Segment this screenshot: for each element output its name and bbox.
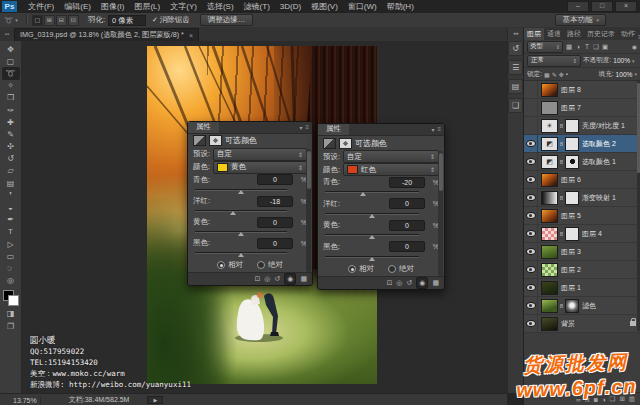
layer-thumbnail[interactable] (541, 281, 558, 295)
panel-scrollbar[interactable] (306, 149, 311, 272)
layer-name[interactable]: 图层 7 (561, 103, 581, 113)
eye-icon[interactable] (526, 230, 536, 237)
clip-to-layer-icon[interactable]: ⊡ (254, 274, 260, 284)
visibility-cell[interactable] (524, 243, 538, 260)
filter-smart-object-icon[interactable]: ▣ (601, 43, 609, 51)
tool-preset-picker[interactable]: ➰ ▾ (0, 16, 22, 25)
healing-brush-tool[interactable]: ✚ (2, 116, 20, 128)
visibility-cell[interactable] (524, 99, 538, 116)
hand-tool[interactable]: ☞ (2, 262, 20, 274)
visibility-cell[interactable] (524, 315, 538, 332)
layer-thumbnail[interactable] (541, 209, 558, 223)
layer-name[interactable]: 选取颜色 1 (582, 157, 616, 167)
blend-mode-dropdown[interactable]: 正常 ⇕ (527, 55, 581, 67)
previous-state-icon[interactable]: ◎ (396, 278, 402, 288)
layer-row-渐变映射 1[interactable]: 8渐变映射 1 (524, 189, 640, 207)
slider-thumb[interactable] (360, 192, 366, 196)
close-document-icon[interactable]: × (189, 32, 193, 39)
toggle-visibility-icon[interactable]: ◉ (416, 277, 428, 289)
screen-mode-icon[interactable]: ❐ (2, 320, 20, 332)
layer-name[interactable]: 图层 2 (561, 265, 581, 275)
slider-thumb[interactable] (238, 190, 244, 194)
radio-绝对[interactable]: 绝对 (388, 264, 414, 274)
menu-item-4[interactable]: 图层(L) (129, 0, 165, 13)
layer-thumbnail[interactable] (541, 299, 558, 313)
layer-name[interactable]: 图层 1 (561, 283, 581, 293)
slider-value-input[interactable]: 0 (389, 220, 425, 231)
filter-shape-icon[interactable]: ❑ (592, 43, 600, 51)
layer-mask-thumbnail[interactable] (565, 119, 579, 133)
eye-icon[interactable] (526, 176, 536, 183)
menu-item-8[interactable]: 3D(D) (275, 0, 306, 13)
mask-target-icon[interactable] (209, 135, 222, 146)
menu-item-2[interactable]: 编辑(E) (59, 0, 96, 13)
slider-value-input[interactable]: 0 (389, 198, 425, 209)
lock-transparent-icon[interactable]: ▦ (544, 71, 550, 78)
visibility-cell[interactable] (524, 81, 538, 98)
clone-stamp-tool[interactable]: ✣ (2, 141, 20, 153)
lasso-tool[interactable]: ➰ (2, 67, 20, 79)
eye-icon[interactable] (526, 212, 536, 219)
history-brush-tool[interactable]: ↺ (2, 153, 20, 165)
radio-绝对[interactable]: 绝对 (257, 260, 283, 270)
marquee-tool[interactable]: ▢ (2, 55, 20, 67)
layer-mask-thumbnail[interactable] (565, 155, 579, 169)
path-selection-tool[interactable]: ▷ (2, 238, 20, 250)
adjustments-panel-icon[interactable]: ☰ (508, 60, 523, 75)
reset-adjustment-icon[interactable]: ↺ (274, 274, 280, 284)
crop-tool[interactable]: ❒ (2, 92, 20, 104)
mask-link-icon[interactable]: 8 (558, 141, 565, 147)
toggle-visibility-icon[interactable]: ◉ (284, 273, 296, 285)
layer-style-icon[interactable]: fx (585, 396, 590, 403)
fill-value[interactable]: 100% (616, 71, 633, 78)
intersect-selection-icon[interactable]: ⊡ (68, 15, 79, 26)
panel-tab-动作[interactable]: 动作 (618, 28, 638, 40)
minimize-button[interactable]: – (567, 1, 589, 12)
layer-mask-thumbnail[interactable] (565, 191, 579, 205)
layer-row-图层 5[interactable]: 图层 5 (524, 207, 640, 225)
slider-track[interactable] (325, 211, 419, 219)
lock-pixels-icon[interactable]: ✎ (552, 71, 557, 78)
eye-icon[interactable] (526, 320, 536, 327)
layer-thumbnail[interactable] (541, 245, 558, 259)
link-layers-icon[interactable]: ∞ (576, 396, 581, 403)
panel-tab-通道[interactable]: 通道 (544, 28, 564, 40)
pen-tool[interactable]: ✒ (2, 214, 20, 226)
layer-row-选取颜色 1[interactable]: ◩8选取颜色 1 (524, 153, 640, 171)
layer-thumbnail[interactable] (541, 317, 558, 331)
layer-name[interactable]: 滤色 (582, 301, 596, 311)
move-tool[interactable]: ✥ (2, 43, 20, 55)
delete-adjustment-icon[interactable]: ▦ (300, 274, 307, 284)
new-layer-icon[interactable]: ⊞ (619, 395, 624, 403)
eye-icon[interactable] (526, 266, 536, 273)
type-tool[interactable]: T (2, 226, 20, 238)
layer-thumbnail[interactable] (541, 83, 558, 97)
slider-thumb[interactable] (369, 235, 375, 239)
visibility-cell[interactable] (524, 297, 538, 314)
layer-name[interactable]: 亮度/对比度 1 (582, 121, 625, 131)
layer-name[interactable]: 图层 6 (561, 175, 581, 185)
radio-相对[interactable]: 相对 (348, 264, 374, 274)
filter-toggle-icon[interactable]: ◉ (632, 43, 637, 50)
visibility-cell[interactable] (524, 261, 538, 278)
eye-icon[interactable] (526, 140, 536, 147)
slider-thumb[interactable] (230, 211, 236, 215)
add-mask-icon[interactable]: ◙ (594, 396, 598, 403)
chevron-down-icon[interactable]: ▾ (632, 58, 635, 64)
quick-selection-tool[interactable]: ✧ (2, 80, 20, 92)
slider-value-input[interactable]: 0 (257, 238, 293, 249)
slider-thumb[interactable] (369, 214, 375, 218)
layer-row-背景[interactable]: 背景 (524, 315, 640, 333)
chevron-down-icon[interactable]: ▾ (634, 71, 637, 77)
layer-row-亮度/对比度 1[interactable]: ☀8亮度/对比度 1 (524, 117, 640, 135)
maximize-button[interactable]: □ (591, 1, 613, 12)
filter-pixel-icon[interactable]: ▦ (565, 43, 573, 51)
layer-thumbnail[interactable]: ◩ (541, 137, 558, 151)
slider-thumb[interactable] (369, 257, 375, 261)
opacity-value[interactable]: 100% (613, 57, 630, 64)
filter-adjustment-icon[interactable]: ◑ (574, 43, 582, 51)
radio-相对[interactable]: 相对 (217, 260, 243, 270)
layer-name[interactable]: 图层 3 (561, 247, 581, 257)
lock-position-icon[interactable]: ✥ (559, 71, 564, 78)
lock-all-icon[interactable]: ▪ (566, 71, 568, 78)
